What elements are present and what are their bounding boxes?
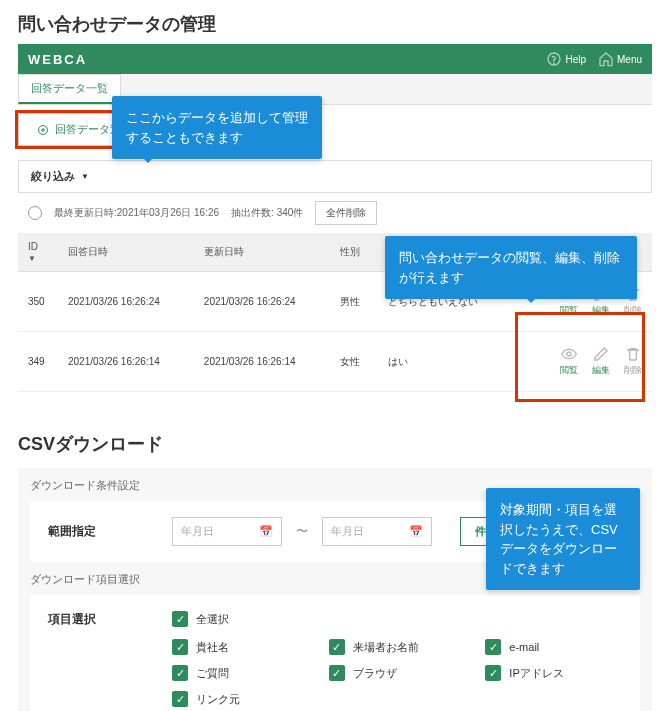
checkbox[interactable] bbox=[485, 639, 501, 655]
update-info-row: 最終更新日時:2021年03月26日 16:26 抽出件数: 340件 全件削除 bbox=[18, 193, 652, 233]
checkbox[interactable] bbox=[172, 691, 188, 707]
checkbox[interactable] bbox=[485, 665, 501, 681]
checkbox-label: IPアドレス bbox=[509, 666, 563, 681]
checkbox[interactable] bbox=[329, 665, 345, 681]
calendar-icon: 📅 bbox=[259, 525, 273, 538]
delete-all-button[interactable]: 全件削除 bbox=[315, 201, 377, 225]
checkbox-label: 来場者お名前 bbox=[353, 640, 419, 655]
col-updated[interactable]: 更新日時 bbox=[194, 233, 330, 272]
csv-section-title: CSVダウンロード bbox=[0, 392, 670, 468]
checkbox-label: e-mail bbox=[509, 641, 539, 653]
last-updated: 最終更新日時:2021年03月26日 16:26 bbox=[54, 206, 219, 220]
callout-add: ここからデータを追加して管理することもできます bbox=[112, 96, 322, 159]
date-to-input[interactable]: 年月日 📅 bbox=[322, 517, 432, 546]
col-gender[interactable]: 性別 bbox=[330, 233, 379, 272]
callout-actions: 問い合わせデータの閲覧、編集、削除が行えます bbox=[385, 236, 637, 299]
topbar: WEBCA Help Menu bbox=[18, 44, 652, 74]
plus-circle-icon bbox=[37, 124, 49, 136]
tab-answer-list[interactable]: 回答データ一覧 bbox=[18, 74, 121, 104]
checkbox-label: 貴社名 bbox=[196, 640, 229, 655]
col-answered[interactable]: 回答日時 bbox=[58, 233, 194, 272]
checkbox-label: リンク元 bbox=[196, 692, 240, 707]
brand-logo: WEBCA bbox=[28, 52, 87, 67]
menu-link[interactable]: Menu bbox=[598, 51, 642, 67]
sort-icon: ▼ bbox=[28, 254, 36, 263]
range-tilde: 〜 bbox=[296, 523, 308, 540]
checkbox[interactable] bbox=[329, 639, 345, 655]
col-id[interactable]: ID ▼ bbox=[18, 233, 58, 272]
items-label: 項目選択 bbox=[48, 611, 158, 628]
range-label: 範囲指定 bbox=[48, 523, 158, 540]
checkbox[interactable] bbox=[172, 639, 188, 655]
select-all-label: 全選択 bbox=[196, 612, 229, 627]
page-title: 問い合わせデータの管理 bbox=[0, 0, 670, 44]
checkbox-label: ご質問 bbox=[196, 666, 229, 681]
checkbox-label: ブラウザ bbox=[353, 666, 397, 681]
callout-csv: 対象期間・項目を選択したうえで、CSVデータをダウンロードできます bbox=[486, 488, 640, 590]
date-from-input[interactable]: 年月日 📅 bbox=[172, 517, 282, 546]
actions-highlight bbox=[515, 312, 645, 402]
svg-point-1 bbox=[554, 63, 555, 64]
count-label: 抽出件数: 340件 bbox=[231, 206, 303, 220]
refresh-icon[interactable] bbox=[28, 206, 42, 220]
checkbox-select-all[interactable] bbox=[172, 611, 188, 627]
help-link[interactable]: Help bbox=[546, 51, 586, 67]
checkbox[interactable] bbox=[172, 665, 188, 681]
home-icon bbox=[598, 51, 614, 67]
calendar-icon: 📅 bbox=[409, 525, 423, 538]
filter-toggle[interactable]: 絞り込み ▼ bbox=[18, 160, 652, 193]
help-icon bbox=[546, 51, 562, 67]
chevron-down-icon: ▼ bbox=[81, 172, 89, 181]
